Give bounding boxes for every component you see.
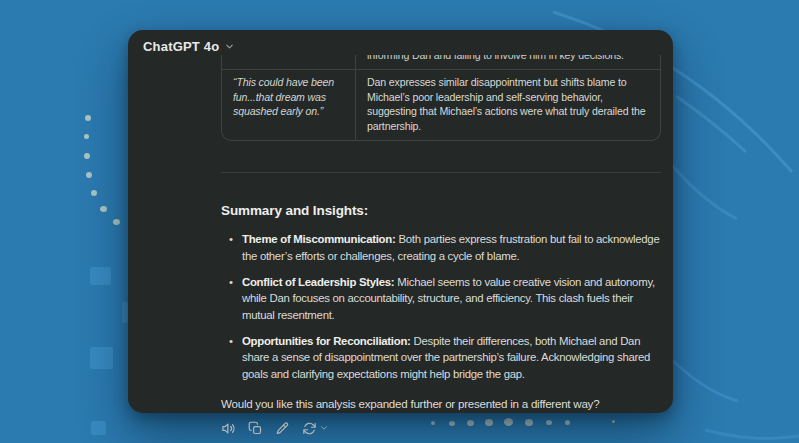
- insight-title: Opportunities for Reconciliation:: [242, 335, 411, 347]
- copy-button[interactable]: [248, 421, 263, 436]
- table-cell-analysis: Dan expresses similar disappointment but…: [356, 69, 660, 140]
- quote-text: “This could have been fun...that dream w…: [233, 76, 334, 117]
- decor-square: [90, 347, 113, 369]
- assistant-message: informing Dan and failing to involve him…: [221, 55, 661, 436]
- section-divider: [221, 172, 661, 173]
- clipped-row-text: informing Dan and failing to involve him…: [367, 55, 649, 63]
- decor-dot: [85, 115, 91, 121]
- insight-item-leadership-styles: Conflict of Leadership Styles:Michael se…: [242, 274, 661, 323]
- chevron-down-icon: [319, 423, 329, 433]
- table-cell-quote: “This could have been fun...that dream w…: [222, 69, 356, 140]
- speaker-icon: [221, 421, 236, 436]
- analysis-text: Dan expresses similar disappointment but…: [367, 76, 645, 132]
- decor-dot: [100, 206, 107, 212]
- decor-dot: [113, 219, 120, 225]
- regenerate-icon: [302, 421, 317, 436]
- decor-dot: [91, 190, 97, 196]
- model-selector[interactable]: ChatGPT 4o: [143, 39, 235, 54]
- decor-dot: [84, 134, 89, 139]
- read-aloud-button[interactable]: [221, 421, 236, 436]
- insights-list: Theme of Miscommunication:Both parties e…: [221, 231, 661, 381]
- pencil-icon: [275, 421, 290, 436]
- insight-item-miscommunication: Theme of Miscommunication:Both parties e…: [242, 231, 661, 264]
- table-cell-analysis-clipped: informing Dan and failing to involve him…: [356, 55, 660, 69]
- chevron-down-icon: [224, 41, 235, 52]
- insight-title: Conflict of Leadership Styles:: [242, 276, 394, 288]
- decor-dot: [84, 153, 90, 159]
- edit-button[interactable]: [275, 421, 290, 436]
- decor-square: [91, 421, 106, 435]
- insight-title: Theme of Miscommunication:: [242, 233, 395, 245]
- summary-heading: Summary and Insights:: [221, 203, 661, 218]
- copy-icon: [248, 421, 263, 436]
- decor-square: [90, 267, 111, 285]
- model-label: ChatGPT 4o: [143, 39, 219, 54]
- closing-question: Would you like this analysis expanded fu…: [221, 397, 661, 410]
- regenerate-button[interactable]: [302, 421, 329, 436]
- analysis-table: informing Dan and failing to involve him…: [221, 55, 661, 141]
- chatgpt-window: ChatGPT 4o informing Dan and failing to …: [128, 30, 673, 413]
- table-cell-quote-clipped: [222, 55, 356, 69]
- decor-dot: [86, 172, 92, 178]
- desktop-background: { "colors": { "page_bg": "#2b7ab0", "win…: [0, 0, 799, 443]
- message-action-bar: [221, 421, 661, 436]
- insight-item-reconciliation: Opportunities for Reconciliation:Despite…: [242, 333, 661, 382]
